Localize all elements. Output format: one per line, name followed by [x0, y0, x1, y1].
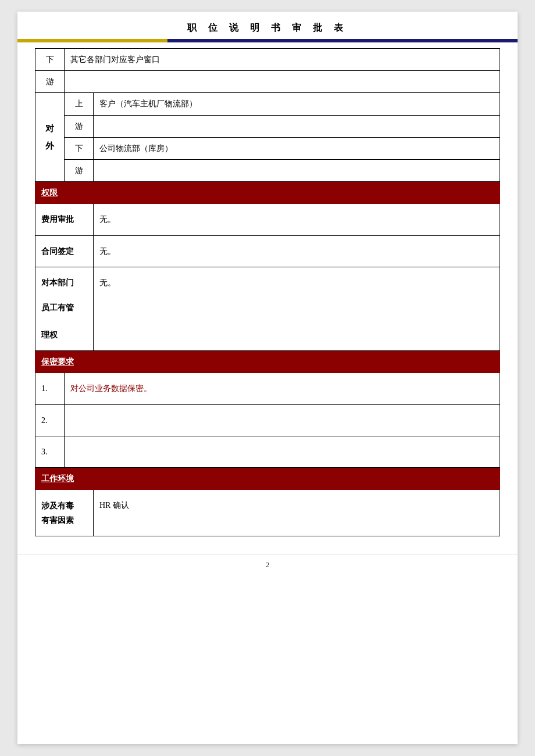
- upstream-label2: 游: [65, 115, 94, 137]
- table-row: 员工有管: [35, 298, 500, 323]
- document-table: 下 其它各部门对应客户窗口 游 对 外 上: [35, 48, 500, 536]
- main-content: 下 其它各部门对应客户窗口 游 对 外 上: [17, 42, 518, 548]
- authority-header-cell: 权限: [35, 182, 500, 204]
- page-number: 2: [266, 560, 270, 569]
- confidential-section-header: 保密要求: [35, 351, 500, 373]
- fee-label: 费用审批: [35, 204, 94, 235]
- spacer-cell: [94, 298, 500, 323]
- spacer-cell: [94, 323, 500, 351]
- downstream-internal-content: 其它各部门对应客户窗口: [65, 49, 500, 71]
- table-row: 2.: [35, 404, 500, 436]
- table-row: 游: [35, 71, 500, 93]
- work-env-section-header: 工作环境: [35, 468, 500, 490]
- header-divider: [17, 39, 518, 42]
- fee-value: 无。: [94, 204, 500, 235]
- table-row: 对本部门 无。: [35, 267, 500, 298]
- document-page: 职 位 说 明 书 审 批 表 下 其它各部门对应客户窗口 游: [17, 12, 518, 744]
- page-title: 职 位 说 明 书 审 批 表: [41, 22, 494, 34]
- navy-line: [167, 39, 518, 42]
- employee-label: 员工有管: [35, 298, 94, 323]
- table-row: 涉及有毒 有害因素 HR 确认: [35, 490, 500, 536]
- upstream-label: 上: [65, 93, 94, 115]
- table-row: 游: [35, 115, 500, 137]
- header: 职 位 说 明 书 审 批 表: [17, 12, 518, 34]
- downstream-external-label: 下: [65, 137, 94, 159]
- table-row: 游: [35, 159, 500, 181]
- work-env-header-cell: 工作环境: [35, 468, 500, 490]
- table-row: 1. 对公司业务数据保密。: [35, 373, 500, 404]
- downstream-internal-label2: 游: [35, 71, 65, 93]
- page-footer: 2: [17, 554, 518, 575]
- table-row: 费用审批 无。: [35, 204, 500, 235]
- item-content-1: 对公司业务数据保密。: [65, 373, 500, 404]
- contract-value: 无。: [94, 235, 500, 267]
- dept-label: 对本部门: [35, 267, 94, 298]
- spacer-cell: [94, 159, 500, 181]
- employee-label2: 理权: [35, 323, 94, 351]
- downstream-external-label2: 游: [65, 159, 94, 181]
- confidential-header-cell: 保密要求: [35, 351, 500, 373]
- table-row: 理权: [35, 323, 500, 351]
- item-number-1: 1.: [35, 373, 65, 404]
- upstream-content: 客户（汽车主机厂物流部）: [94, 93, 500, 115]
- gold-line: [17, 39, 167, 42]
- spacer-cell: [94, 115, 500, 137]
- duiwai-label: 对 外: [35, 93, 65, 182]
- dept-value: 无。: [94, 267, 500, 298]
- item-content-3: [65, 436, 500, 467]
- hazard-value: HR 确认: [94, 490, 500, 536]
- table-row: 对 外 上 客户（汽车主机厂物流部）: [35, 93, 500, 115]
- item-content-2: [65, 404, 500, 436]
- spacer-cell: [65, 71, 500, 93]
- hazard-label: 涉及有毒 有害因素: [35, 490, 94, 536]
- table-row: 下 公司物流部（库房）: [35, 137, 500, 159]
- downstream-external-content: 公司物流部（库房）: [94, 137, 500, 159]
- item-number-2: 2.: [35, 404, 65, 436]
- table-row: 合同签定 无。: [35, 235, 500, 267]
- contract-label: 合同签定: [35, 235, 94, 267]
- authority-section-header: 权限: [35, 182, 500, 204]
- downstream-internal-label: 下: [35, 49, 65, 71]
- table-row: 下 其它各部门对应客户窗口: [35, 49, 500, 71]
- item-number-3: 3.: [35, 436, 65, 467]
- table-row: 3.: [35, 436, 500, 467]
